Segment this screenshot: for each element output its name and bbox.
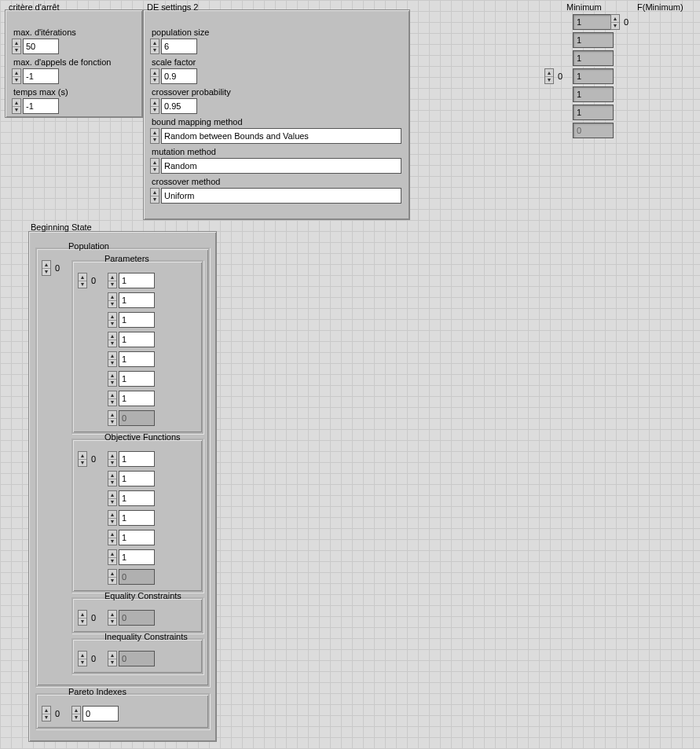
spinner-obj-6[interactable]: ▲▼	[108, 569, 117, 585]
chevron-down-icon[interactable]: ▼	[108, 301, 116, 308]
chevron-up-icon[interactable]: ▲	[108, 531, 116, 538]
chevron-down-icon[interactable]: ▼	[151, 47, 159, 54]
input-obj-3[interactable]	[119, 510, 155, 526]
chevron-up-icon[interactable]: ▲	[108, 352, 116, 360]
input-obj-5[interactable]	[119, 549, 155, 565]
spinner-max-time[interactable]: ▲▼	[12, 98, 21, 114]
chevron-up-icon[interactable]: ▲	[151, 159, 159, 167]
input-max-calls[interactable]	[23, 68, 59, 84]
spinner-obj-index[interactable]: ▲▼	[78, 451, 87, 467]
select-bound-method[interactable]	[161, 128, 401, 144]
spinner-scale-factor[interactable]: ▲▼	[150, 68, 159, 84]
chevron-down-icon[interactable]: ▼	[108, 380, 116, 387]
input-param-1[interactable]	[119, 292, 155, 308]
chevron-up-icon[interactable]: ▲	[42, 707, 50, 714]
chevron-up-icon[interactable]: ▲	[108, 372, 116, 380]
chevron-down-icon[interactable]: ▼	[151, 77, 159, 84]
chevron-up-icon[interactable]: ▲	[108, 491, 116, 499]
spinner-max-calls[interactable]: ▲▼	[12, 68, 21, 84]
chevron-up-icon[interactable]: ▲	[79, 611, 86, 619]
spinner-pareto-index[interactable]: ▲▼	[42, 706, 51, 721]
chevron-up-icon[interactable]: ▲	[108, 472, 116, 479]
chevron-up-icon[interactable]: ▲	[108, 293, 116, 301]
chevron-up-icon[interactable]: ▲	[151, 189, 159, 196]
input-param-7[interactable]	[119, 410, 155, 426]
input-max-iterations[interactable]	[23, 39, 59, 54]
spinner-param-4[interactable]: ▲▼	[108, 351, 117, 367]
chevron-up-icon[interactable]: ▲	[108, 313, 116, 321]
input-minimum-index[interactable]	[555, 68, 571, 84]
input-param-2[interactable]	[119, 312, 155, 328]
chevron-down-icon[interactable]: ▼	[611, 23, 619, 30]
chevron-up-icon[interactable]: ▲	[13, 99, 20, 107]
chevron-down-icon[interactable]: ▼	[13, 107, 20, 114]
chevron-down-icon[interactable]: ▼	[108, 479, 116, 486]
spinner-param-3[interactable]: ▲▼	[108, 332, 117, 347]
input-obj-1[interactable]	[119, 471, 155, 486]
chevron-up-icon[interactable]: ▲	[108, 570, 116, 578]
chevron-down-icon[interactable]: ▼	[108, 499, 116, 506]
select-mutation-method[interactable]	[161, 158, 401, 174]
spinner-eq-0[interactable]: ▲▼	[108, 610, 117, 626]
input-population-index[interactable]	[53, 260, 68, 276]
input-params-index[interactable]	[89, 273, 104, 288]
chevron-up-icon[interactable]: ▲	[108, 411, 116, 419]
input-cross-prob[interactable]	[161, 98, 197, 114]
input-param-4[interactable]	[119, 351, 155, 367]
input-scale-factor[interactable]	[161, 68, 197, 84]
spinner-pareto-value[interactable]: ▲▼	[71, 706, 81, 721]
spinner-obj-4[interactable]: ▲▼	[108, 530, 117, 545]
input-eq-index[interactable]	[89, 610, 104, 626]
chevron-down-icon[interactable]: ▼	[108, 558, 116, 565]
input-param-0[interactable]	[119, 273, 155, 288]
chevron-down-icon[interactable]: ▼	[108, 419, 116, 426]
spinner-param-1[interactable]: ▲▼	[108, 292, 117, 308]
spinner-bound-method[interactable]: ▲▼	[150, 128, 159, 144]
input-obj-2[interactable]	[119, 490, 155, 506]
chevron-down-icon[interactable]: ▼	[108, 360, 116, 367]
chevron-down-icon[interactable]: ▼	[151, 196, 159, 204]
input-obj-4[interactable]	[119, 530, 155, 545]
chevron-up-icon[interactable]: ▲	[151, 99, 159, 107]
input-ineq-index[interactable]	[89, 651, 104, 666]
chevron-up-icon[interactable]: ▲	[108, 274, 116, 281]
chevron-down-icon[interactable]: ▼	[13, 47, 20, 54]
chevron-down-icon[interactable]: ▼	[108, 619, 116, 626]
spinner-cross-prob[interactable]: ▲▼	[150, 98, 159, 114]
chevron-up-icon[interactable]: ▲	[108, 550, 116, 558]
chevron-up-icon[interactable]: ▲	[151, 69, 159, 77]
spinner-obj-5[interactable]: ▲▼	[108, 549, 117, 565]
spinner-eq-index[interactable]: ▲▼	[78, 610, 87, 626]
chevron-up-icon[interactable]: ▲	[108, 511, 116, 519]
chevron-up-icon[interactable]: ▲	[108, 391, 116, 399]
input-ineq-0[interactable]	[119, 651, 155, 666]
chevron-down-icon[interactable]: ▼	[42, 269, 50, 276]
input-max-time[interactable]	[23, 98, 59, 114]
input-pop-size[interactable]	[161, 39, 197, 54]
chevron-down-icon[interactable]: ▼	[79, 460, 86, 467]
chevron-down-icon[interactable]: ▼	[545, 77, 553, 84]
spinner-ineq-index[interactable]: ▲▼	[78, 651, 87, 666]
chevron-down-icon[interactable]: ▼	[108, 321, 116, 328]
chevron-up-icon[interactable]: ▲	[108, 452, 116, 460]
chevron-up-icon[interactable]: ▲	[79, 452, 86, 460]
chevron-up-icon[interactable]: ▲	[545, 69, 553, 77]
chevron-up-icon[interactable]: ▲	[42, 261, 50, 269]
chevron-down-icon[interactable]: ▼	[108, 538, 116, 545]
input-pareto-index[interactable]	[53, 706, 68, 721]
chevron-down-icon[interactable]: ▼	[108, 281, 116, 288]
input-pareto-value[interactable]	[82, 706, 119, 721]
spinner-population-index[interactable]: ▲▼	[42, 260, 51, 276]
spinner-fmin-index[interactable]: ▲▼	[610, 14, 620, 30]
spinner-ineq-0[interactable]: ▲▼	[108, 651, 117, 666]
chevron-up-icon[interactable]: ▲	[79, 652, 86, 659]
chevron-down-icon[interactable]: ▼	[108, 578, 116, 585]
chevron-down-icon[interactable]: ▼	[108, 460, 116, 467]
input-obj-0[interactable]	[119, 451, 155, 467]
chevron-up-icon[interactable]: ▲	[108, 332, 116, 340]
spinner-obj-0[interactable]: ▲▼	[108, 451, 117, 467]
chevron-down-icon[interactable]: ▼	[79, 659, 86, 666]
spinner-cross-method[interactable]: ▲▼	[150, 188, 159, 204]
chevron-down-icon[interactable]: ▼	[108, 399, 116, 406]
chevron-down-icon[interactable]: ▼	[79, 619, 86, 626]
